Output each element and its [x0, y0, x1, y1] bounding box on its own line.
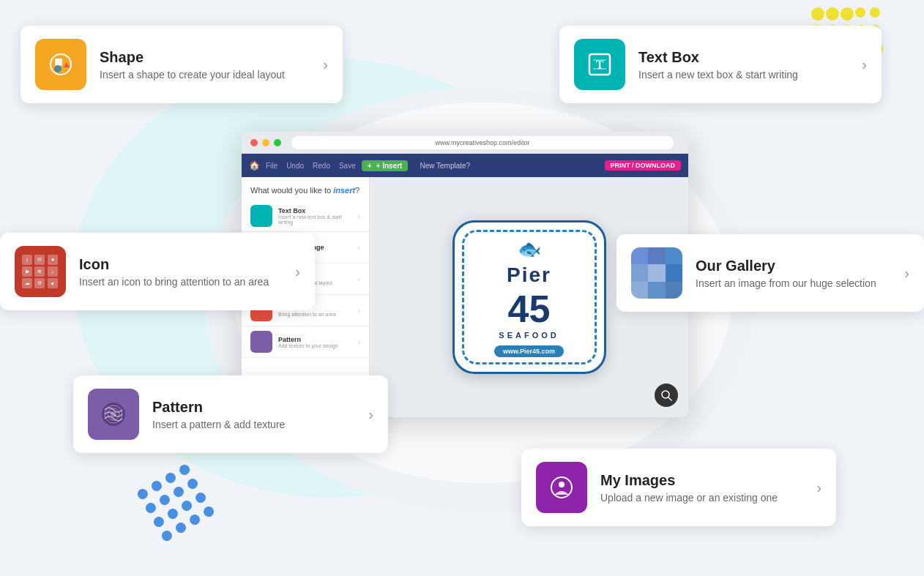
- toolbar-items: File Undo Redo Save: [266, 162, 356, 170]
- toolbar-save: Save: [339, 162, 356, 170]
- sidebar-textbox-sub: Insert a new text box & start writing: [278, 214, 352, 225]
- magnify-button[interactable]: [655, 384, 678, 407]
- gallery-cell: [666, 264, 682, 281]
- dot: [178, 463, 192, 476]
- dot: [174, 521, 187, 535]
- textbox-card-subtitle: Insert a new text box & start writing: [638, 69, 853, 81]
- social-cell: ✉: [34, 255, 45, 265]
- dot: [870, 7, 880, 18]
- pattern-card-title: Pattern: [152, 399, 359, 416]
- shape-icon: [35, 39, 86, 90]
- dot: [841, 7, 854, 20]
- myimages-card-title: My Images: [600, 472, 808, 489]
- fish-icon: 🐟: [518, 238, 541, 261]
- dot: [157, 493, 171, 506]
- dot: [149, 479, 163, 493]
- pattern-card-content: Pattern Insert a pattern & add texture: [152, 399, 359, 430]
- pier45-inner: 🐟 Pier 45 SEAFOOD www.Pier45.com: [462, 230, 597, 364]
- pier-url: www.Pier45.com: [494, 345, 564, 357]
- gallery-card-arrow: ›: [904, 265, 909, 282]
- dot: [165, 506, 179, 520]
- insert-word: insert: [333, 186, 355, 195]
- shape-card-subtitle: Insert a shape to create your ideal layo…: [100, 69, 314, 81]
- gallery-icon: [631, 247, 682, 299]
- svg-marker-2: [64, 62, 70, 67]
- sidebar-textbox-title: Text Box: [278, 207, 352, 214]
- gallery-cell: [666, 282, 682, 299]
- gallery-card-subtitle: Insert an image from our huge selection: [696, 277, 895, 289]
- sidebar-icon-arrow: ›: [358, 307, 360, 315]
- social-cell: f: [22, 255, 32, 265]
- plus-icon: +: [368, 162, 372, 170]
- sidebar-pattern-icon: [250, 331, 272, 353]
- myimages-card-content: My Images Upload a new image or an exist…: [600, 472, 808, 504]
- gallery-cell: [631, 247, 648, 264]
- sidebar-pattern-arrow: ›: [358, 338, 360, 346]
- sidebar-textbox-text: Text Box Insert a new text box & start w…: [278, 207, 352, 225]
- dot: [171, 485, 185, 498]
- myimages-card[interactable]: My Images Upload a new image or an exist…: [521, 449, 836, 526]
- gallery-cell: [648, 264, 665, 281]
- dot: [135, 487, 149, 501]
- browser-url-field: www.mycreativeshop.com/editor: [291, 136, 674, 149]
- icon-card[interactable]: f ✉ ★ ▶ ⊕ ♪ ☁ ⚙ ♥ Icon Insert an icon to…: [0, 233, 315, 310]
- sidebar-item-pattern[interactable]: Pattern Add texture to your design ›: [242, 326, 369, 358]
- browser-close-dot: [250, 139, 258, 146]
- sidebar-item-textbox[interactable]: Text Box Insert a new text box & start w…: [242, 201, 369, 232]
- shape-card[interactable]: Shape Insert a shape to create your idea…: [21, 26, 343, 103]
- social-cell: ♪: [48, 266, 58, 277]
- icon-card-content: Icon Insert an icon to bring attention t…: [79, 256, 286, 288]
- toolbar-insert-button[interactable]: + + Insert: [362, 160, 409, 171]
- social-cell: ☁: [22, 278, 32, 288]
- gallery-cell: [631, 264, 648, 281]
- dot: [202, 505, 216, 519]
- svg-line-15: [668, 397, 671, 400]
- browser-minimize-dot: [262, 139, 269, 146]
- gallery-card-content: Our Gallery Insert an image from our hug…: [696, 258, 895, 289]
- svg-point-13: [559, 482, 565, 487]
- social-cell: ⚙: [34, 278, 45, 288]
- textbox-card[interactable]: T Text Box Insert a new text box & start…: [559, 26, 882, 103]
- sidebar-icon-sub: Bring attention to an area: [278, 312, 352, 317]
- pier-number: 45: [508, 290, 551, 328]
- toolbar-new-template: New Template?: [420, 162, 470, 170]
- dot: [163, 471, 177, 485]
- sidebar-existingimage-arrow: ›: [358, 244, 360, 252]
- icon-feature-icon: f ✉ ★ ▶ ⊕ ♪ ☁ ⚙ ♥: [15, 246, 66, 297]
- social-cell: ★: [48, 255, 58, 265]
- pattern-card[interactable]: Pattern Insert a pattern & add texture ›: [73, 375, 388, 453]
- app-toolbar: 🏠 File Undo Redo Save + + Insert New Tem…: [242, 154, 688, 177]
- toolbar-undo: Undo: [286, 162, 304, 170]
- pier45-logo: 🐟 Pier 45 SEAFOOD www.Pier45.com: [452, 220, 606, 374]
- icon-card-arrow: ›: [295, 263, 300, 280]
- textbox-icon: T: [574, 39, 625, 90]
- dot: [152, 515, 165, 528]
- blue-dots-decoration: [135, 463, 215, 542]
- sidebar-textbox-icon: [250, 205, 272, 227]
- svg-rect-1: [55, 59, 62, 66]
- seafood-text: SEAFOOD: [499, 331, 559, 340]
- myimages-icon: [536, 462, 587, 513]
- toolbar-print-button[interactable]: PRINT / DOWNLOAD: [605, 160, 682, 171]
- gallery-cell: [666, 247, 682, 264]
- social-cell: ⊕: [34, 266, 45, 277]
- dot: [811, 7, 824, 20]
- gallery-cell: [648, 247, 665, 264]
- dot: [179, 498, 193, 512]
- browser-maximize-dot: [274, 139, 281, 146]
- sidebar-textbox-arrow: ›: [358, 212, 360, 220]
- sidebar-pattern-title: Pattern: [278, 336, 352, 343]
- dot: [160, 529, 174, 543]
- icon-card-title: Icon: [79, 256, 286, 273]
- toolbar-redo: Redo: [313, 162, 330, 170]
- gallery-cell: [648, 282, 665, 299]
- gallery-card[interactable]: Our Gallery Insert an image from our hug…: [616, 234, 924, 312]
- dot: [194, 490, 208, 504]
- myimages-card-arrow: ›: [816, 479, 821, 496]
- dot: [855, 7, 865, 18]
- sidebar-shape-arrow: ›: [358, 275, 360, 283]
- gallery-cell: [631, 282, 648, 299]
- textbox-card-content: Text Box Insert a new text box & start w…: [638, 49, 853, 81]
- svg-point-3: [54, 65, 62, 72]
- pattern-card-subtitle: Insert a pattern & add texture: [152, 419, 359, 430]
